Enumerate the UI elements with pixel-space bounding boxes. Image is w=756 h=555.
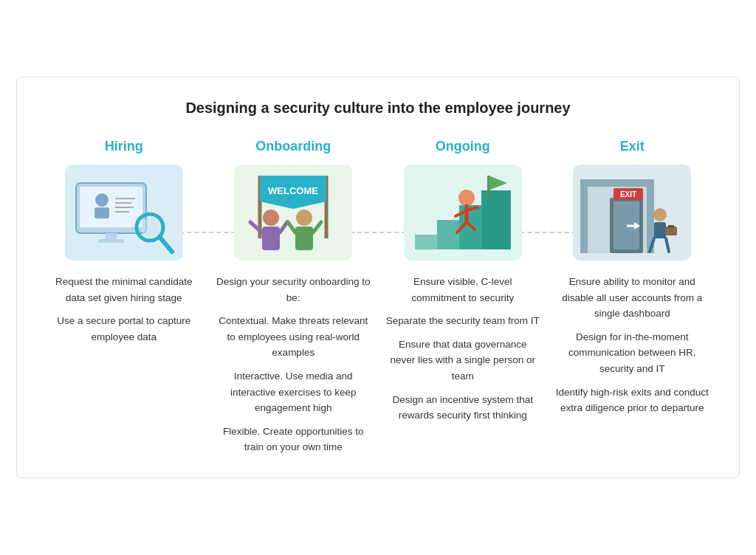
main-card: Designing a security culture into the em… <box>16 77 740 478</box>
exit-text: Ensure ability to monitor and disable al… <box>555 274 710 416</box>
column-hiring: Hiring <box>39 139 209 345</box>
ongoing-point-0: Ensure visible, C-level commitment to se… <box>385 274 540 306</box>
svg-line-50 <box>666 238 669 252</box>
hiring-header: Hiring <box>105 139 143 154</box>
ongoing-point-2: Ensure that data governance never lies w… <box>385 337 540 385</box>
svg-line-22 <box>280 222 287 232</box>
exit-point-1: Design for in-the-moment communication b… <box>555 329 710 377</box>
exit-illustration: EXIT <box>573 165 691 261</box>
page-title: Designing a security culture into the em… <box>39 100 717 117</box>
column-ongoing: Ongoing <box>378 139 548 424</box>
svg-line-12 <box>159 237 172 252</box>
ongoing-point-3: Design an incentive system that rewards … <box>385 392 540 424</box>
column-onboarding: Onboarding WELCOME <box>209 139 379 455</box>
ongoing-point-1: Separate the security team from IT <box>385 313 540 329</box>
onboarding-point-0: Design your security onboarding to be: <box>216 274 371 306</box>
svg-rect-3 <box>94 207 109 218</box>
exit-point-0: Ensure ability to monitor and disable al… <box>555 274 710 322</box>
onboarding-point-1: Contextual. Make threats relevant to emp… <box>216 313 371 361</box>
svg-line-23 <box>288 222 295 232</box>
svg-point-11 <box>141 218 159 236</box>
hiring-text: Request the minimal candidate data set g… <box>47 274 202 345</box>
svg-rect-18 <box>262 227 280 250</box>
svg-rect-28 <box>481 190 511 249</box>
svg-rect-46 <box>654 222 666 238</box>
onboarding-illustration: WELCOME <box>234 165 352 261</box>
svg-text:WELCOME: WELCOME <box>268 185 318 196</box>
svg-point-19 <box>296 210 312 226</box>
onboarding-text: Design your security onboarding to be: C… <box>216 274 371 455</box>
onboarding-point-2: Interactive. Use media and interactive e… <box>216 368 371 416</box>
onboarding-point-3: Flexible. Create opportunities to train … <box>216 424 371 455</box>
ongoing-header: Ongoing <box>436 139 490 154</box>
svg-point-2 <box>95 193 109 207</box>
exit-header: Exit <box>620 139 645 154</box>
column-exit: Exit EXIT <box>548 139 718 416</box>
svg-line-24 <box>313 222 321 232</box>
onboarding-header: Onboarding <box>255 139 331 154</box>
ongoing-text: Ensure visible, C-level commitment to se… <box>385 274 540 424</box>
svg-point-45 <box>653 208 667 221</box>
svg-rect-48 <box>668 225 674 228</box>
svg-marker-36 <box>489 176 507 190</box>
svg-rect-8 <box>106 233 117 239</box>
hiring-point-0: Request the minimal candidate data set g… <box>47 274 202 306</box>
svg-rect-20 <box>295 227 313 250</box>
columns-container: Hiring <box>39 139 717 455</box>
exit-point-2: Identify high-risk exits and conduct ext… <box>555 385 710 416</box>
ongoing-illustration <box>404 165 522 261</box>
svg-point-17 <box>263 210 279 226</box>
svg-rect-9 <box>98 239 124 243</box>
svg-point-29 <box>458 190 475 206</box>
svg-text:EXIT: EXIT <box>620 190 636 199</box>
hiring-illustration <box>65 165 183 261</box>
hiring-point-1: Use a secure portal to capture employee … <box>47 313 202 345</box>
